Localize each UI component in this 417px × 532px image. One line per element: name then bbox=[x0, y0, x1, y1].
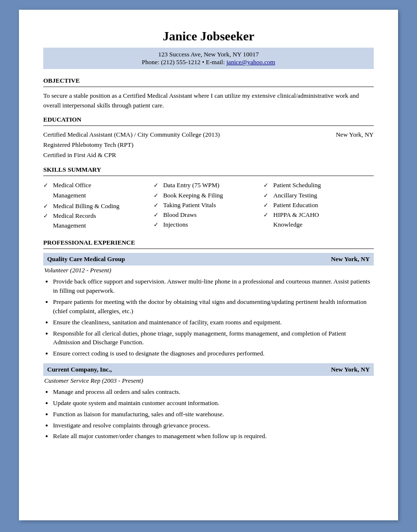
skills-divider bbox=[43, 176, 374, 176]
email-link[interactable]: janice@yahoo.com bbox=[226, 58, 275, 66]
checkmark-icon: ✓ bbox=[263, 192, 270, 200]
skill-knowledge: Knowledge bbox=[273, 220, 374, 229]
list-item: Responsible for all clerical duties, pho… bbox=[53, 329, 374, 348]
skill-patient-scheduling: ✓ Patient Scheduling bbox=[263, 181, 374, 190]
skill-medical-office: ✓ Medical Office bbox=[43, 181, 154, 190]
email-label: E-mail: bbox=[206, 58, 225, 66]
list-item: Manage and process all orders and sales … bbox=[53, 388, 374, 397]
job1-bullets: Provide back office support and supervis… bbox=[43, 277, 374, 358]
job2-location: New York, NY bbox=[331, 366, 370, 373]
list-item: Relate all major customer/order changes … bbox=[53, 432, 374, 441]
skills-col1: ✓ Medical Office Management ✓ Medical Bi… bbox=[43, 180, 154, 233]
checkmark-icon: ✓ bbox=[43, 202, 50, 211]
phone-label: Phone: (212) 555-1212 bbox=[142, 58, 201, 66]
list-item: Ensure the cleanliness, sanitation and m… bbox=[53, 318, 374, 327]
checkmark-icon: ✓ bbox=[43, 212, 50, 220]
list-item: Update quote system and maintain custome… bbox=[53, 399, 374, 408]
objective-title: OBJECTIVE bbox=[43, 77, 374, 85]
skills-col3: ✓ Patient Scheduling ✓ Ancillary Testing… bbox=[263, 180, 374, 233]
education-block: Certified Medical Assistant (CMA) / City… bbox=[43, 130, 374, 160]
education-title: EDUCATION bbox=[43, 116, 374, 124]
checkmark-icon: ✓ bbox=[154, 211, 160, 219]
skill-records-management: Management bbox=[53, 221, 154, 230]
job2-header: Current Company, Inc., New York, NY bbox=[43, 363, 374, 376]
job2-bullets: Manage and process all orders and sales … bbox=[43, 388, 374, 441]
address: 123 Success Ave, New York, NY 10017 bbox=[48, 51, 369, 58]
education-divider bbox=[43, 125, 374, 126]
skill-blood-draws: ✓ Blood Draws bbox=[154, 211, 264, 219]
skill-management: Management bbox=[53, 191, 154, 200]
skill-data-entry: ✓ Data Entry (75 WPM) bbox=[154, 181, 264, 190]
skills-title: SKILLS SUMMARY bbox=[43, 166, 374, 174]
job1-location: New York, NY bbox=[331, 255, 370, 263]
checkmark-icon: ✓ bbox=[154, 221, 160, 229]
edu-line2: Registered Phlebotomy Tech (RPT) bbox=[43, 140, 374, 150]
skill-medical-billing: ✓ Medical Billing & Coding bbox=[43, 202, 154, 211]
job1-company: Quality Care Medical Group bbox=[47, 255, 125, 263]
skill-taking-vitals: ✓ Taking Patient Vitals bbox=[154, 201, 264, 210]
job1-header: Quality Care Medical Group New York, NY bbox=[43, 253, 374, 266]
job2-company: Current Company, Inc., bbox=[47, 366, 112, 373]
checkmark-icon: ✓ bbox=[263, 201, 270, 210]
prof-exp-divider bbox=[43, 248, 374, 249]
skill-hippa: ✓ HIPPA & JCAHO bbox=[263, 211, 374, 219]
contact-block: 123 Success Ave, New York, NY 10017 Phon… bbox=[43, 48, 374, 69]
list-item: Prepare patients for meeting with the do… bbox=[53, 298, 374, 316]
prof-exp-title: PROFESSIONAL EXPERIENCE bbox=[43, 239, 374, 247]
checkmark-icon: ✓ bbox=[263, 211, 270, 219]
skill-medical-records: ✓ Medical Records bbox=[43, 212, 154, 220]
skills-grid: ✓ Medical Office Management ✓ Medical Bi… bbox=[43, 180, 374, 233]
phone-email: Phone: (212) 555-1212 • E-mail: janice@y… bbox=[48, 58, 369, 66]
edu-degree: Certified Medical Assistant (CMA) / City… bbox=[43, 130, 220, 140]
resume-page: Janice Jobseeker 123 Success Ave, New Yo… bbox=[19, 10, 398, 520]
objective-text: To secure a stable position as a Certifi… bbox=[43, 91, 374, 110]
list-item: Provide back office support and supervis… bbox=[53, 277, 374, 296]
edu-line3: Certified in First Aid & CPR bbox=[43, 150, 374, 160]
checkmark-icon: ✓ bbox=[154, 201, 160, 210]
edu-line1: Certified Medical Assistant (CMA) / City… bbox=[43, 130, 374, 140]
skill-bookkeeping: ✓ Book Keeping & Filing bbox=[154, 191, 264, 200]
checkmark-icon: ✓ bbox=[154, 192, 160, 200]
job2-title: Customer Service Rep (2003 - Present) bbox=[43, 377, 374, 385]
skill-injections: ✓ Injections bbox=[154, 220, 264, 229]
checkmark-icon: ✓ bbox=[43, 181, 50, 190]
checkmark-icon: ✓ bbox=[154, 181, 160, 190]
list-item: Investigate and resolve complaints throu… bbox=[53, 421, 374, 430]
skills-col2: ✓ Data Entry (75 WPM) ✓ Book Keeping & F… bbox=[154, 180, 264, 233]
candidate-name: Janice Jobseeker bbox=[43, 29, 374, 44]
list-item: Function as liaison for manufacturing, s… bbox=[53, 410, 374, 419]
list-item: Ensure correct coding is used to designa… bbox=[53, 349, 374, 358]
skill-patient-education: ✓ Patient Education bbox=[263, 201, 374, 210]
objective-divider bbox=[43, 87, 374, 87]
job1-title: Volunteer (2012 - Present) bbox=[43, 266, 374, 274]
skill-ancillary-testing: ✓ Ancillary Testing bbox=[263, 191, 374, 200]
edu-location: New York, NY bbox=[336, 130, 374, 140]
checkmark-icon: ✓ bbox=[263, 181, 270, 190]
